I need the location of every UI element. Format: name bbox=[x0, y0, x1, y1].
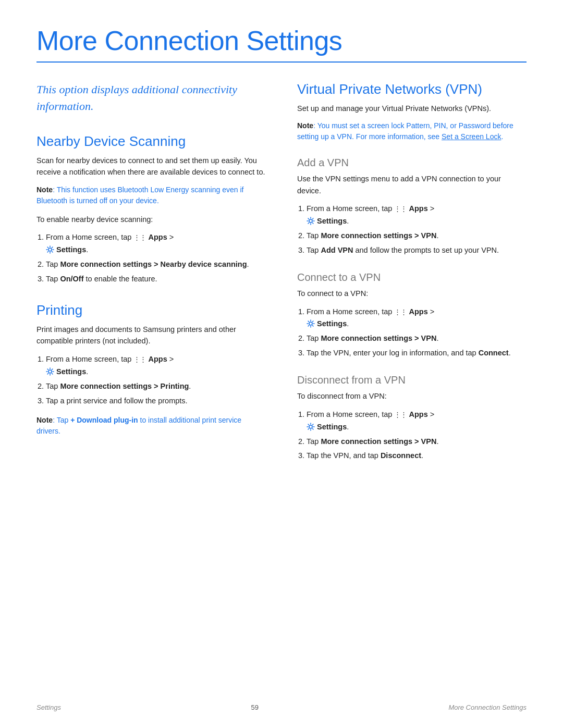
connect-vpn-title: Connect to a VPN bbox=[297, 272, 527, 283]
nearby-note-text: This function uses Bluetooth Low Energy … bbox=[36, 186, 243, 205]
printing-step2-bold: More connection settings > Printing bbox=[60, 382, 189, 390]
footer: Settings 59 More Connection Settings bbox=[36, 704, 527, 711]
disconnect-vpn-step1-settings-icon bbox=[307, 423, 317, 431]
nearby-step2-bold: More connection settings > Nearby device… bbox=[60, 260, 247, 268]
connect-vpn-step-3: Tap the VPN, enter your log in informati… bbox=[307, 347, 527, 360]
connect-vpn-body: To connect to a VPN: bbox=[297, 288, 527, 299]
connect-vpn-step-2: Tap More connection settings > VPN. bbox=[307, 332, 527, 345]
nearby-device-scanning-body: Scan for nearby devices to connect to an… bbox=[36, 155, 266, 178]
connect-vpn-steps: From a Home screen, tap ⋮⋮ Apps > Settin… bbox=[307, 306, 527, 360]
vpn-note-end: . bbox=[501, 132, 503, 141]
printing-download-plugin: Download plug-in bbox=[77, 416, 138, 424]
apps-icon-disconnect-vpn: ⋮⋮ bbox=[394, 409, 407, 420]
disconnect-vpn-steps: From a Home screen, tap ⋮⋮ Apps > Settin… bbox=[307, 409, 527, 463]
footer-right: More Connection Settings bbox=[448, 704, 527, 711]
vpn-note: Note: You must set a screen lock Pattern… bbox=[297, 120, 527, 142]
printing-note-label: Note bbox=[36, 416, 53, 424]
printing-title: Printing bbox=[36, 302, 266, 318]
nearby-step3-bold: On/Off bbox=[60, 275, 83, 283]
nearby-step1-settings-label: Settings. bbox=[56, 245, 88, 254]
connect-vpn-step-1: From a Home screen, tap ⋮⋮ Apps > Settin… bbox=[307, 306, 527, 331]
printing-section: Printing Print images and documents to S… bbox=[36, 302, 266, 437]
disconnect-vpn-title: Disconnect from a VPN bbox=[297, 374, 527, 386]
add-vpn-step1-settings-icon bbox=[307, 217, 317, 225]
printing-step1-text: From a Home screen, tap bbox=[46, 355, 133, 363]
add-vpn-steps: From a Home screen, tap ⋮⋮ Apps > Settin… bbox=[307, 203, 527, 257]
vpn-section: Virtual Private Networks (VPN) Set up an… bbox=[297, 81, 527, 142]
svg-point-3 bbox=[309, 322, 312, 325]
add-vpn-step-3: Tap Add VPN and follow the prompts to se… bbox=[307, 244, 527, 257]
nearby-step1-text: From a Home screen, tap bbox=[46, 233, 133, 241]
connect-vpn-step1-settings-label: Settings. bbox=[317, 319, 349, 328]
add-vpn-step1-text: From a Home screen, tap bbox=[307, 204, 394, 213]
printing-step-1: From a Home screen, tap ⋮⋮ Apps > Settin… bbox=[46, 353, 266, 378]
left-column: This option displays additional connecti… bbox=[36, 81, 266, 477]
printing-step1-apps: Apps > bbox=[148, 355, 174, 363]
printing-step1-settings-icon bbox=[46, 367, 56, 376]
add-vpn-section: Add a VPN Use the VPN settings menu to a… bbox=[297, 157, 527, 257]
add-vpn-step-2: Tap More connection settings > VPN. bbox=[307, 230, 527, 242]
page-title: More Connection Settings bbox=[36, 25, 527, 56]
vpn-title: Virtual Private Networks (VPN) bbox=[297, 81, 527, 97]
svg-point-2 bbox=[309, 219, 312, 223]
printing-step-2: Tap More connection settings > Printing. bbox=[46, 380, 266, 393]
add-vpn-step1-apps: Apps > bbox=[409, 204, 434, 213]
connect-vpn-section: Connect to a VPN To connect to a VPN: Fr… bbox=[297, 272, 527, 360]
disconnect-vpn-body: To disconnect from a VPN: bbox=[297, 390, 527, 402]
printing-step-3: Tap a print service and follow the promp… bbox=[46, 395, 266, 408]
nearby-step-2: Tap More connection settings > Nearby de… bbox=[46, 258, 266, 271]
nearby-step-1: From a Home screen, tap ⋮⋮ Apps > Settin… bbox=[46, 231, 266, 256]
apps-icon-add-vpn: ⋮⋮ bbox=[394, 203, 407, 214]
apps-icon: ⋮⋮ bbox=[133, 232, 146, 243]
disconnect-vpn-section: Disconnect from a VPN To disconnect from… bbox=[297, 374, 527, 462]
page: More Connection Settings This option dis… bbox=[0, 0, 563, 728]
connect-vpn-step2-bold: More connection settings > VPN bbox=[321, 334, 436, 342]
svg-point-0 bbox=[48, 248, 52, 251]
add-vpn-title: Add a VPN bbox=[297, 157, 527, 169]
nearby-device-steps: From a Home screen, tap ⋮⋮ Apps > Settin… bbox=[46, 231, 266, 286]
title-divider bbox=[36, 61, 527, 63]
add-vpn-step-1: From a Home screen, tap ⋮⋮ Apps > Settin… bbox=[307, 203, 527, 228]
disconnect-vpn-step-2: Tap More connection settings > VPN. bbox=[307, 436, 527, 448]
right-column: Virtual Private Networks (VPN) Set up an… bbox=[297, 81, 527, 477]
footer-page-number: 59 bbox=[251, 704, 258, 711]
svg-point-1 bbox=[48, 370, 52, 373]
nearby-step-3: Tap On/Off to enable the feature. bbox=[46, 273, 266, 286]
disconnect-vpn-step1-settings-label: Settings. bbox=[317, 423, 349, 431]
add-vpn-step1-settings-label: Settings. bbox=[317, 217, 349, 225]
footer-left: Settings bbox=[36, 704, 61, 711]
disconnect-vpn-step-1: From a Home screen, tap ⋮⋮ Apps > Settin… bbox=[307, 409, 527, 434]
printing-steps: From a Home screen, tap ⋮⋮ Apps > Settin… bbox=[46, 353, 266, 408]
nearby-device-scanning-title: Nearby Device Scanning bbox=[36, 133, 266, 150]
nearby-enable-label: To enable nearby device scanning: bbox=[36, 214, 266, 225]
printing-plus-icon: + bbox=[70, 416, 77, 424]
vpn-note-label: Note bbox=[297, 121, 313, 130]
disconnect-vpn-step2-bold: More connection settings > VPN bbox=[321, 437, 436, 446]
add-vpn-step2-bold: More connection settings > VPN bbox=[321, 231, 436, 240]
nearby-device-scanning-section: Nearby Device Scanning Scan for nearby d… bbox=[36, 133, 266, 286]
disconnect-vpn-step3-bold: Disconnect bbox=[381, 451, 421, 460]
connect-vpn-step1-settings-icon bbox=[307, 319, 317, 328]
connect-vpn-step1-apps: Apps > bbox=[409, 307, 434, 316]
vpn-body: Set up and manage your Virtual Private N… bbox=[297, 103, 527, 114]
add-vpn-step3-bold: Add VPN bbox=[321, 246, 353, 254]
disconnect-vpn-step1-text: From a Home screen, tap bbox=[307, 410, 394, 418]
svg-point-4 bbox=[309, 425, 312, 428]
connect-vpn-step1-text: From a Home screen, tap bbox=[307, 307, 394, 316]
nearby-note-label: Note bbox=[36, 186, 53, 194]
add-vpn-body: Use the VPN settings menu to add a VPN c… bbox=[297, 173, 527, 196]
two-column-layout: This option displays additional connecti… bbox=[36, 81, 527, 477]
vpn-note-link: Set a Screen Lock bbox=[442, 132, 501, 141]
printing-body: Print images and documents to Samsung pr… bbox=[36, 324, 266, 347]
printing-note: Note: Tap + Download plug-in to install … bbox=[36, 415, 266, 437]
nearby-device-note: Note: This function uses Bluetooth Low E… bbox=[36, 184, 266, 206]
printing-step1-settings-label: Settings. bbox=[56, 367, 88, 376]
nearby-step1-settings-icon bbox=[46, 245, 56, 254]
connect-vpn-step3-bold: Connect bbox=[479, 349, 509, 357]
intro-text: This option displays additional connecti… bbox=[36, 81, 266, 115]
disconnect-vpn-step-3: Tap the VPN, and tap Disconnect. bbox=[307, 450, 527, 462]
apps-icon-connect-vpn: ⋮⋮ bbox=[394, 306, 407, 317]
nearby-step1-apps: Apps > bbox=[148, 233, 174, 241]
disconnect-vpn-step1-apps: Apps > bbox=[409, 410, 434, 418]
printing-note-colon: : Tap bbox=[53, 416, 70, 424]
